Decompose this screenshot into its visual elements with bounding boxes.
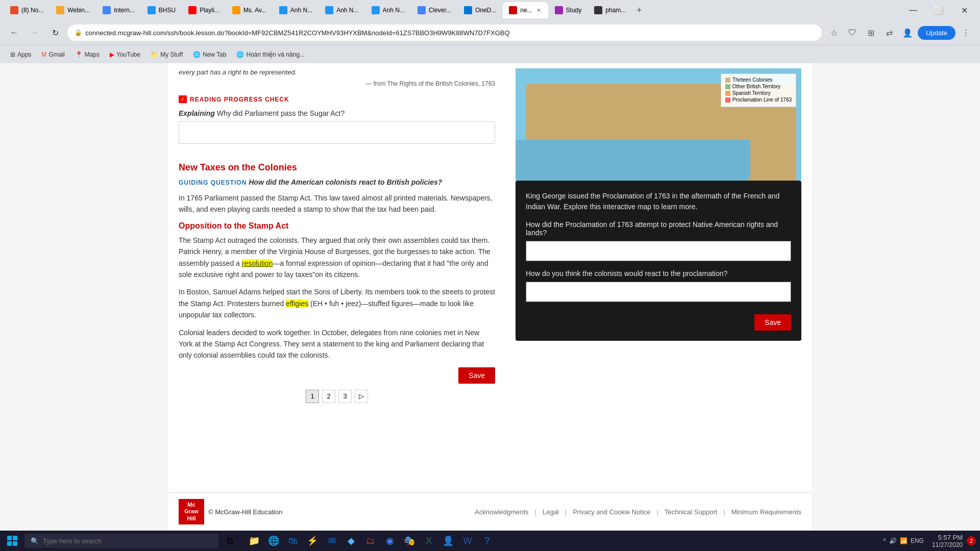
footer-sep-2: |: [565, 508, 567, 516]
bookmark-mystuff-label: My Stuff: [160, 51, 183, 58]
bookmark-gmail[interactable]: M Gmail: [37, 49, 68, 60]
interactive-input-2[interactable]: [526, 282, 791, 302]
tab-9[interactable]: Anh N...: [365, 2, 411, 18]
new-tab-button[interactable]: +: [632, 5, 646, 16]
tab-12[interactable]: ne... ✕: [503, 2, 548, 18]
bookmark-gmail-label: Gmail: [48, 51, 64, 58]
youtube-icon: ▶: [110, 51, 114, 58]
tab-5[interactable]: Playli...: [182, 2, 226, 18]
tab-favicon-4: [148, 6, 156, 14]
extension-button-1[interactable]: 🛡: [844, 24, 861, 41]
bookmark-newtab[interactable]: 🌐 New Tab: [189, 49, 230, 60]
maximize-button[interactable]: ⬜: [927, 2, 950, 18]
taskbar-app-edge[interactable]: 🌐: [264, 532, 283, 550]
taskbar-search[interactable]: 🔍: [24, 534, 218, 548]
taskbar-app-app6[interactable]: 🎭: [400, 532, 419, 550]
page-num-3[interactable]: 3: [338, 390, 352, 403]
guiding-question-text: How did the American colonists react to …: [249, 178, 442, 186]
bookmark-mystuff[interactable]: 📁 My Stuff: [146, 49, 187, 60]
start-button[interactable]: [4, 533, 20, 549]
update-button[interactable]: Update: [918, 26, 955, 40]
tab-4[interactable]: BHSU: [141, 2, 182, 18]
page-num-2[interactable]: 2: [322, 390, 335, 403]
body-text-1: In 1765 Parliament passed the Stamp Act.…: [179, 192, 495, 215]
tab-favicon-13: [555, 6, 563, 14]
footer: Mc Graw Hill © McGraw-Hill Education Ack…: [168, 492, 812, 531]
footer-sep-3: |: [657, 508, 658, 516]
bookmark-maps[interactable]: 📍 Maps: [71, 49, 104, 60]
bookmark-hoan-thien[interactable]: 🌐 Hoàn thiện và năng...: [232, 49, 308, 60]
tab-7[interactable]: Anh N...: [273, 2, 318, 18]
taskbar-app-app7[interactable]: 👤: [439, 532, 457, 550]
notification-badge[interactable]: 2: [967, 536, 976, 545]
taskbar-app-word[interactable]: W: [458, 532, 477, 550]
back-button[interactable]: ←: [6, 24, 22, 41]
taskbar-app-task-view[interactable]: ⧉: [220, 532, 239, 550]
speaker-icon[interactable]: 🔊: [889, 537, 897, 544]
tab-11[interactable]: OneD...: [458, 2, 502, 18]
reading-progress-input[interactable]: [179, 121, 495, 144]
footer-link-acknowledgments[interactable]: Acknowledgments: [475, 508, 529, 516]
tab-3[interactable]: Intern...: [96, 2, 141, 18]
minimize-button[interactable]: —: [901, 2, 925, 18]
forward-button[interactable]: →: [27, 24, 43, 41]
bookmark-youtube[interactable]: ▶ YouTube: [106, 49, 144, 60]
tab-close-12[interactable]: ✕: [535, 6, 542, 15]
time-display: 5:57 PM 11/27/2020: [932, 534, 963, 548]
taskbar-app-chrome[interactable]: ◉: [381, 532, 399, 550]
taskbar-app-mail[interactable]: ✉: [323, 532, 341, 550]
extension-button-3[interactable]: ⇄: [881, 24, 897, 41]
footer-link-privacy[interactable]: Privacy and Cookie Notice: [573, 508, 650, 516]
tab-10[interactable]: Clever...: [411, 2, 457, 18]
search-input[interactable]: [43, 537, 212, 545]
close-button[interactable]: ✕: [952, 2, 976, 18]
explorer-icon: 📁: [249, 535, 260, 546]
network-icon[interactable]: 📶: [900, 537, 908, 544]
save-button-left[interactable]: Save: [458, 367, 495, 384]
tab-label-14: pham...: [605, 7, 626, 14]
tab-14[interactable]: pham...: [588, 2, 632, 18]
taskbar-app-app4[interactable]: ⚡: [303, 532, 322, 550]
interactive-input-1[interactable]: [526, 241, 791, 261]
lock-icon: 🔒: [75, 29, 82, 36]
more-options-button[interactable]: ⋮: [958, 24, 974, 41]
url-text: connected.mcgraw-hill.com/ssh/book.lesso…: [85, 29, 815, 37]
page-num-1[interactable]: 1: [306, 390, 319, 403]
bookmark-maps-label: Maps: [85, 51, 100, 58]
tab-8[interactable]: Anh N...: [319, 2, 364, 18]
svg-rect-1: [13, 536, 17, 540]
page-next-arrow[interactable]: ▷: [355, 390, 368, 403]
taskbar-app-store[interactable]: 🛍: [284, 532, 302, 550]
bookmark-apps[interactable]: ⊞ Apps: [6, 49, 35, 60]
taskbar-app-explorer[interactable]: 📁: [245, 532, 263, 550]
tab-6[interactable]: Ms. Av...: [226, 2, 273, 18]
taskbar-app-excel[interactable]: X: [420, 532, 438, 550]
tab-1[interactable]: (8) No...: [4, 2, 50, 18]
footer-link-requirements[interactable]: Minimum Requirements: [731, 508, 801, 516]
tab-label-4: BHSU: [159, 7, 176, 14]
show-hidden-icons[interactable]: ^: [883, 537, 886, 544]
clock-date: 11/27/2020: [932, 541, 963, 548]
taskbar-app-app5[interactable]: 🗂: [361, 532, 380, 550]
footer-link-support[interactable]: Technical Support: [665, 508, 717, 516]
tab-label-1: (8) No...: [21, 7, 43, 14]
logo-text-hill: Hill: [187, 515, 195, 522]
url-bar[interactable]: 🔒 connected.mcgraw-hill.com/ssh/book.les…: [67, 24, 822, 41]
help-icon: ?: [484, 536, 489, 546]
bookmark-apps-label: Apps: [17, 51, 31, 58]
window-controls: — ⬜ ✕: [901, 2, 976, 18]
reload-button[interactable]: ↻: [47, 24, 63, 41]
tab-favicon-10: [418, 6, 426, 14]
extension-button-2[interactable]: ⊞: [863, 24, 879, 41]
tab-favicon-12: [509, 6, 517, 14]
highlighted-word-resolution: resolution: [242, 259, 273, 267]
footer-link-legal[interactable]: Legal: [543, 508, 559, 516]
save-button-right[interactable]: Save: [754, 314, 791, 331]
profile-button[interactable]: 👤: [899, 24, 916, 41]
taskbar-app-help[interactable]: ?: [478, 532, 496, 550]
bookmark-star-button[interactable]: ☆: [826, 24, 842, 41]
tab-2[interactable]: Webin...: [50, 2, 96, 18]
edge-icon: 🌐: [268, 535, 279, 546]
taskbar-app-dropbox[interactable]: ◆: [342, 532, 360, 550]
tab-13[interactable]: Study: [549, 2, 588, 18]
